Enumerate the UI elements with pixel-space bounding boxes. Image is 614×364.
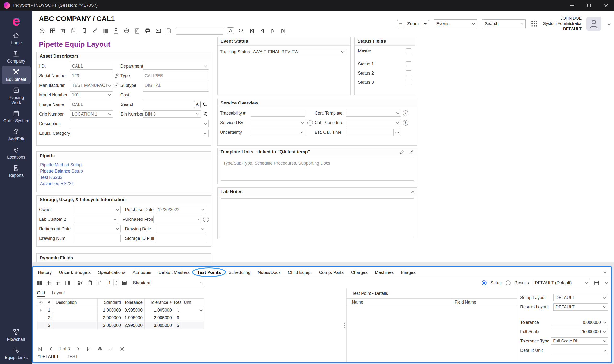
- est-cal-time-input[interactable]: [346, 129, 394, 136]
- purchased-from-dropdown[interactable]: [153, 216, 201, 223]
- preview-eye-icon[interactable]: [97, 346, 103, 352]
- events-dropdown[interactable]: Events: [433, 19, 477, 28]
- next-page-icon[interactable]: [75, 346, 81, 352]
- setup-layout-dropdown[interactable]: DEFAULT: [553, 294, 608, 301]
- tolerance-type-dropdown[interactable]: Full Scale Bi.: [551, 338, 608, 345]
- expand-row-icon[interactable]: [39, 308, 43, 312]
- email-icon[interactable]: [155, 27, 161, 34]
- manufacturer-dropdown[interactable]: TEST MANUFACTU: [70, 82, 113, 89]
- copy-icon[interactable]: [96, 280, 102, 286]
- tab-notes-docs[interactable]: Notes/Docs: [258, 270, 281, 275]
- col-tolerance-plus[interactable]: Tolerance +: [145, 299, 174, 306]
- bookmark-icon[interactable]: [81, 27, 88, 34]
- grid-view-icon[interactable]: [36, 280, 42, 286]
- zoom-out-button[interactable]: −: [397, 20, 404, 27]
- purchase-date-dropdown[interactable]: 12/20/2022: [156, 206, 206, 213]
- location-pin-icon[interactable]: [203, 111, 209, 117]
- first-record-icon[interactable]: [249, 27, 255, 34]
- subtype-field[interactable]: DIGITAL: [142, 82, 209, 89]
- cell-resolution[interactable]: [174, 307, 182, 314]
- zoom-in-button[interactable]: +: [421, 20, 429, 27]
- pin-icon[interactable]: [47, 300, 51, 304]
- last-page-icon[interactable]: [86, 346, 92, 352]
- table-icon[interactable]: [121, 280, 127, 286]
- lab-notes-content[interactable]: [221, 198, 414, 237]
- col-resolution[interactable]: Res: [174, 299, 182, 306]
- sidebar-item-reports[interactable]: Reports: [2, 162, 31, 180]
- schedule-icon[interactable]: [70, 27, 77, 34]
- cell-tolerance-minus[interactable]: 1.995000: [123, 314, 145, 322]
- sidebar-item-flowchart[interactable]: Flowchart: [2, 326, 31, 344]
- setup-radio[interactable]: [482, 280, 487, 286]
- stepper-arrows-icon[interactable]: [113, 279, 118, 286]
- asset-search-input[interactable]: [143, 101, 192, 108]
- tab-machines[interactable]: Machines: [375, 270, 394, 275]
- clone-record-icon[interactable]: [49, 27, 56, 34]
- retirement-date-dropdown[interactable]: [75, 225, 121, 233]
- template-links-content[interactable]: Type/Sub-Type, Schedule Procedures, Supp…: [221, 159, 414, 181]
- apps-grid-icon[interactable]: [530, 20, 538, 27]
- bin-dropdown[interactable]: BIN 3: [143, 110, 201, 118]
- tab-charges[interactable]: Charges: [351, 270, 368, 275]
- advanced-rs232-link[interactable]: Advanced RS232: [40, 181, 208, 186]
- cell-standard[interactable]: 1.000000: [98, 307, 123, 314]
- tab-scheduling[interactable]: Scheduling: [228, 270, 251, 275]
- pipette-balance-setup-link[interactable]: Pipette Balance Setup: [40, 169, 208, 174]
- layout-tab[interactable]: Layout: [52, 290, 65, 297]
- first-page-icon[interactable]: [37, 346, 43, 352]
- search-icon[interactable]: [202, 102, 208, 107]
- details-empty-body[interactable]: [347, 306, 517, 362]
- delete-record-icon[interactable]: [60, 27, 67, 34]
- image-name-input[interactable]: CAL1: [70, 101, 113, 108]
- cancel-x-icon[interactable]: [119, 346, 125, 352]
- minimize-button[interactable]: [564, 0, 580, 11]
- col-standard[interactable]: Standard: [98, 299, 123, 306]
- lab-custom2-dropdown[interactable]: [75, 216, 118, 223]
- record-stepper[interactable]: 1: [106, 279, 118, 286]
- type-field[interactable]: CALIPER: [142, 72, 209, 79]
- link-icon[interactable]: [409, 149, 414, 155]
- panel-splitter[interactable]: [343, 288, 347, 362]
- sheet-tab-test[interactable]: TEST: [67, 354, 78, 360]
- tab-child-equip[interactable]: Child Equip.: [288, 270, 312, 275]
- cell-tolerance-plus[interactable]: 3.005000: [145, 322, 174, 329]
- barcode-icon[interactable]: [102, 27, 109, 34]
- cell-unit[interactable]: [182, 314, 204, 322]
- uncertainty-dropdown[interactable]: [251, 129, 306, 136]
- sidebar-item-equipment[interactable]: Equipment: [2, 66, 31, 84]
- previous-record-icon[interactable]: [259, 27, 265, 34]
- cell-standard[interactable]: 3.000000: [98, 322, 123, 329]
- web-link-icon[interactable]: [123, 27, 130, 34]
- cell-resolution[interactable]: 6: [174, 314, 182, 322]
- cert-template-dropdown[interactable]: [346, 109, 401, 117]
- grid-tab[interactable]: Grid: [37, 290, 45, 297]
- chevron-down-icon[interactable]: [605, 281, 608, 284]
- model-dropdown[interactable]: 101: [70, 91, 113, 99]
- user-menu-chevron-icon[interactable]: [608, 22, 611, 26]
- col-description[interactable]: Description: [54, 299, 98, 306]
- default-unit-dropdown[interactable]: [551, 347, 608, 354]
- cost-input[interactable]: [142, 91, 209, 99]
- tab-history[interactable]: History: [38, 270, 52, 275]
- grid-layout-dropdown[interactable]: Standard: [131, 279, 205, 286]
- ellipsis-button[interactable]: [394, 129, 401, 136]
- traceability-input[interactable]: [251, 109, 306, 117]
- note-icon[interactable]: [166, 27, 172, 34]
- confirm-check-icon[interactable]: [108, 346, 114, 352]
- cell-tolerance-minus[interactable]: 0.995000: [123, 307, 145, 314]
- collapse-chevron-icon[interactable]: [411, 191, 414, 194]
- sheet-tab-default[interactable]: *DEFAULT: [38, 354, 59, 360]
- storage-id-input[interactable]: [156, 235, 206, 242]
- add-record-icon[interactable]: [39, 27, 45, 34]
- id-input[interactable]: CAL1: [70, 63, 113, 70]
- link-icon[interactable]: [114, 73, 119, 78]
- edit-icon[interactable]: [400, 149, 405, 155]
- search-icon[interactable]: [238, 27, 245, 34]
- grid-row-2[interactable]: 2 2.000000 1.995000 2.005000 6: [37, 314, 204, 322]
- edit-icon[interactable]: [92, 27, 98, 34]
- tab-comp-parts[interactable]: Comp. Parts: [319, 270, 344, 275]
- info-icon[interactable]: [203, 217, 209, 222]
- sidebar-item-pending-work[interactable]: Pending Work: [2, 84, 31, 107]
- cell-unit[interactable]: [182, 322, 204, 329]
- drawing-date-dropdown[interactable]: [156, 225, 206, 233]
